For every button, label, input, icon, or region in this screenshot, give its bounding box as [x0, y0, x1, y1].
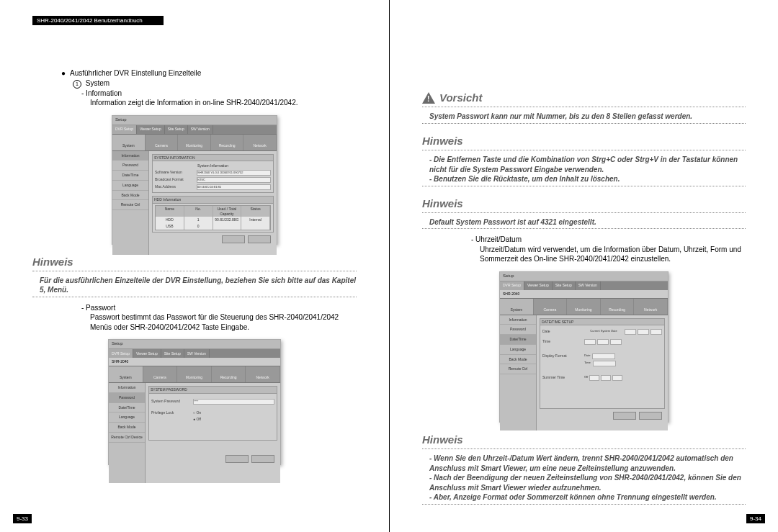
- datetime-text: Uhrzeit/Datum wird verwendet, um die Inf…: [480, 245, 746, 264]
- cancel-button[interactable]: [248, 235, 271, 243]
- side-language[interactable]: Language: [500, 345, 536, 355]
- side-password[interactable]: Password: [109, 393, 145, 403]
- side-datetime[interactable]: Date/Time: [500, 335, 536, 345]
- row-format2: Time: [542, 360, 662, 367]
- password-field[interactable]: ****: [193, 399, 274, 405]
- summer-fields[interactable]: Off: [584, 375, 662, 381]
- dialog-body: Information Password Date/Time Language …: [500, 315, 668, 430]
- side-remote[interactable]: Remote Ctrl: [500, 364, 536, 374]
- divider: [422, 212, 746, 213]
- tab-site-setup[interactable]: Site Setup: [161, 349, 184, 358]
- side-information[interactable]: Information: [112, 151, 148, 161]
- setup-dialog[interactable]: Setup DVR Setup Viewer Setup Site Setup …: [112, 115, 277, 245]
- hinweis-label: Hinweis: [422, 197, 463, 211]
- sec-camera[interactable]: Camera: [143, 366, 178, 382]
- side-language[interactable]: Language: [109, 412, 145, 423]
- val: 00:16:6C:04:81:85: [197, 184, 271, 190]
- tab-site-setup[interactable]: Site Setup: [553, 281, 576, 290]
- sec-camera[interactable]: Camera: [534, 299, 568, 315]
- main-tabs[interactable]: DVR Setup Viewer Setup Site Setup SW Ver…: [500, 281, 668, 290]
- main-tabs[interactable]: DVR Setup Viewer Setup Site Setup SW Ver…: [112, 125, 277, 134]
- sec-system[interactable]: System: [500, 299, 534, 315]
- sidebar[interactable]: Information Password Date/Time Language …: [500, 315, 537, 430]
- tab-viewer-setup[interactable]: Viewer Setup: [137, 125, 165, 134]
- panel-title: DATE/TIME SETUP: [540, 319, 664, 326]
- hinweis-heading: Hinweis: [422, 433, 746, 447]
- c: Internal: [241, 217, 270, 223]
- setup-dialog[interactable]: Setup DVR Setup Viewer Setup Site Setup …: [499, 271, 669, 423]
- apply-button[interactable]: [613, 412, 636, 420]
- c: HDD: [156, 217, 184, 223]
- tab-site-setup[interactable]: Site Setup: [165, 125, 188, 134]
- side-datetime[interactable]: Date/Time: [109, 403, 145, 413]
- section-row[interactable]: System Camera Monitoring Recording Netwo…: [500, 298, 668, 315]
- side-information[interactable]: Information: [109, 383, 145, 393]
- sec-camera[interactable]: Camera: [146, 135, 179, 150]
- sec-monitoring[interactable]: Monitoring: [567, 299, 601, 315]
- tab-dvr-setup[interactable]: DVR Setup: [112, 125, 137, 134]
- apply-button[interactable]: [222, 235, 245, 243]
- format-fields[interactable]: Date: [584, 353, 662, 359]
- password-panel: SYSTEM PASSWORD System Password **** Pri…: [148, 386, 277, 441]
- format-fields2[interactable]: Time: [584, 361, 662, 366]
- sec-system[interactable]: System: [112, 135, 146, 150]
- sec-monitoring[interactable]: Monitoring: [178, 135, 211, 150]
- side-backmode[interactable]: Back Mode: [109, 423, 145, 433]
- part-label: System: [86, 79, 109, 87]
- sec-recording[interactable]: Recording: [212, 366, 246, 382]
- cancel-button[interactable]: [251, 455, 274, 463]
- date-fields[interactable]: Current System Date: [584, 329, 662, 335]
- tab-dvr-setup[interactable]: DVR Setup: [500, 281, 524, 290]
- dropdown[interactable]: SHR-2040: [500, 290, 668, 298]
- dialog-body: Information Password Date/Time Language …: [112, 151, 277, 255]
- button-row: [148, 455, 277, 464]
- sec-network[interactable]: Network: [634, 299, 668, 315]
- sysinfo-panel: SYSTEM INFORMATION System Information So…: [152, 154, 274, 194]
- radio-off[interactable]: ● Off: [193, 417, 201, 422]
- sec-network[interactable]: Network: [243, 135, 277, 150]
- radio-on[interactable]: ○ On: [193, 410, 201, 415]
- tab-sw-version[interactable]: SW Version: [184, 349, 210, 358]
- dropdown[interactable]: SHR-2040: [109, 358, 280, 366]
- section-row[interactable]: System Camera Monitoring Recording Netwo…: [109, 366, 280, 383]
- apply-button[interactable]: [225, 455, 249, 463]
- side-backmode[interactable]: Back Mode: [500, 355, 536, 365]
- side-remote[interactable]: Remote Ctrl: [112, 200, 148, 210]
- page-number: 9-33: [13, 514, 32, 523]
- part-line: 1 System: [73, 78, 357, 89]
- panel-subtitle: System Information: [155, 163, 271, 169]
- h: Status: [241, 206, 270, 217]
- sidebar[interactable]: Information Password Date/Time Language …: [109, 383, 146, 483]
- cancel-button[interactable]: [639, 412, 662, 420]
- tab-sw-version[interactable]: SW Version: [188, 125, 213, 134]
- sidebar[interactable]: Information Password Date/Time Language …: [112, 151, 149, 255]
- time-fields[interactable]: [584, 339, 662, 345]
- lbl: Summer Time: [542, 375, 583, 381]
- c: USB: [156, 223, 184, 230]
- sec-recording[interactable]: Recording: [211, 135, 244, 150]
- side-password[interactable]: Password: [112, 161, 148, 171]
- sec-recording[interactable]: Recording: [601, 299, 635, 315]
- hinweis-bullet: - Aber, Anzeige Format oder Sommerzeit k…: [429, 492, 746, 502]
- tab-sw-version[interactable]: SW Version: [576, 281, 601, 290]
- sec-system[interactable]: System: [109, 366, 143, 382]
- hinweis-label: Hinweis: [32, 255, 73, 269]
- section-row[interactable]: System Camera Monitoring Recording Netwo…: [112, 134, 277, 151]
- sec-monitoring[interactable]: Monitoring: [177, 366, 212, 382]
- hdd-panel: HDD Information Name No. Used / Total Ca…: [152, 196, 274, 233]
- tab-viewer-setup[interactable]: Viewer Setup: [524, 281, 553, 290]
- setup-dialog[interactable]: Setup DVR Setup Viewer Setup Site Setup …: [108, 339, 281, 465]
- side-backmode[interactable]: Back Mode: [112, 191, 148, 201]
- sec-network[interactable]: Network: [246, 366, 280, 382]
- side-remote[interactable]: Remote Ctrl Device: [109, 433, 145, 443]
- hinweis-heading: Hinweis: [422, 197, 746, 211]
- side-password[interactable]: Password: [500, 325, 536, 335]
- side-language[interactable]: Language: [112, 181, 148, 191]
- side-datetime[interactable]: Date/Time: [112, 171, 148, 181]
- main-tabs[interactable]: DVR Setup Viewer Setup Site Setup SW Ver…: [109, 349, 280, 358]
- tab-viewer-setup[interactable]: Viewer Setup: [133, 349, 161, 358]
- info-label: - Information: [81, 89, 357, 99]
- side-information[interactable]: Information: [500, 315, 536, 325]
- tab-dvr-setup[interactable]: DVR Setup: [109, 349, 133, 358]
- opt: Off: [584, 375, 588, 381]
